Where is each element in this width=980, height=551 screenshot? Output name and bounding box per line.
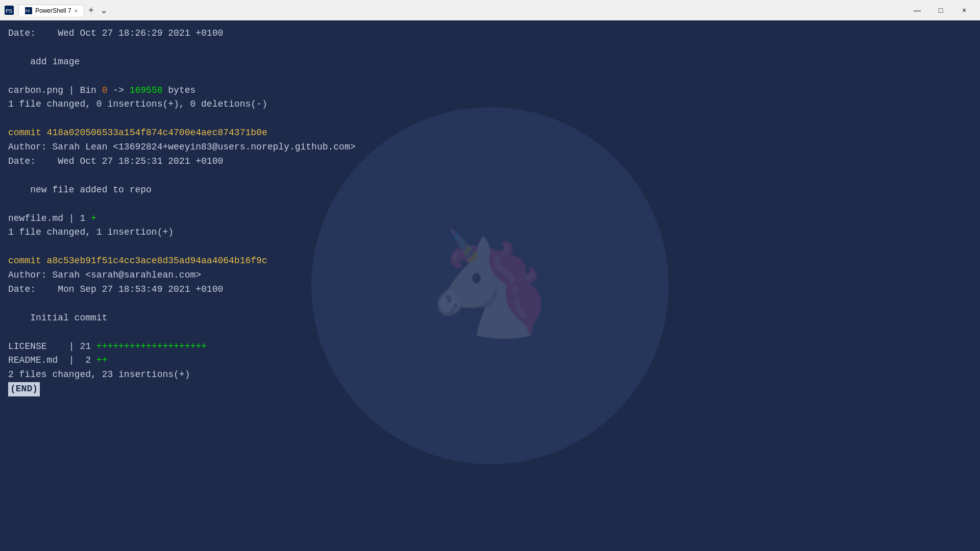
tab-powershell-icon: PS	[25, 7, 32, 14]
line-part: README.md | 2	[8, 355, 96, 365]
terminal-line: 2 files changed, 23 insertions(+)	[8, 368, 972, 382]
titlebar: PS PS PowerShell 7 × + ⌄ — □ ×	[0, 0, 980, 20]
minimize-button[interactable]: —	[905, 2, 929, 18]
line-part: newfile.md | 1	[8, 213, 91, 223]
terminal-line: carbon.png | Bin 0 -> 169558 bytes	[8, 84, 972, 98]
terminal-line: commit a8c53eb91f51c4cc3ace8d35ad94aa406…	[8, 254, 972, 268]
terminal-line: (END)	[8, 382, 972, 396]
terminal-line: 1 file changed, 0 insertions(+), 0 delet…	[8, 97, 972, 112]
empty-line	[8, 169, 972, 183]
line-part: ++	[96, 355, 108, 365]
line-part: carbon.png | Bin	[8, 85, 102, 95]
tab-bar: PS PowerShell 7 × + ⌄	[18, 5, 110, 16]
line-part: ++++++++++++++++++++	[96, 341, 207, 352]
tab-powershell-label: PowerShell 7	[35, 7, 71, 14]
empty-line	[8, 240, 972, 254]
window-controls: — □ ×	[905, 2, 976, 18]
terminal-line: new file added to repo	[8, 183, 972, 197]
terminal-window[interactable]: 🦄 Date: Wed Oct 27 18:26:29 2021 +0100 a…	[0, 20, 980, 551]
line-part: 169558	[130, 85, 163, 95]
terminal-line: Author: Sarah <sarah@sarahlean.com>	[8, 268, 972, 283]
terminal-line: Date: Wed Oct 27 18:25:31 2021 +0100	[8, 155, 972, 169]
terminal-line: Author: Sarah Lean <13692824+weeyin83@us…	[8, 140, 972, 155]
empty-line	[8, 69, 972, 84]
terminal-line: LICENSE | 21 ++++++++++++++++++++	[8, 340, 972, 354]
app-icon: PS	[4, 5, 14, 15]
terminal-line: Initial commit	[8, 311, 972, 325]
empty-line	[8, 112, 972, 126]
terminal-line: 1 file changed, 1 insertion(+)	[8, 226, 972, 240]
line-part: +	[91, 213, 96, 223]
maximize-button[interactable]: □	[929, 2, 952, 18]
tab-powershell[interactable]: PS PowerShell 7 ×	[18, 5, 84, 16]
terminal-line: Date: Wed Oct 27 18:26:29 2021 +0100	[8, 27, 972, 41]
line-part: bytes	[162, 85, 195, 95]
line-part: LICENSE | 21	[8, 341, 96, 352]
window-close-button[interactable]: ×	[952, 2, 976, 18]
tab-dropdown-button[interactable]: ⌄	[98, 5, 110, 16]
svg-text:PS: PS	[26, 9, 30, 13]
new-tab-button[interactable]: +	[86, 5, 96, 16]
terminal-line: add image	[8, 55, 972, 69]
line-part: 0	[102, 85, 108, 95]
empty-line	[8, 325, 972, 340]
terminal-line: README.md | 2 ++	[8, 354, 972, 368]
end-marker: (END)	[8, 382, 40, 396]
terminal-line: Date: Mon Sep 27 18:53:49 2021 +0100	[8, 283, 972, 297]
terminal-line: commit 418a020506533a154f874c4700e4aec87…	[8, 126, 972, 140]
empty-line	[8, 41, 972, 55]
line-part: ->	[107, 85, 129, 95]
terminal-output: Date: Wed Oct 27 18:26:29 2021 +0100 add…	[8, 27, 972, 396]
tab-close-button[interactable]: ×	[75, 8, 78, 14]
empty-line	[8, 297, 972, 311]
terminal-line: newfile.md | 1 +	[8, 212, 972, 226]
empty-line	[8, 197, 972, 212]
svg-text:PS: PS	[6, 8, 13, 14]
